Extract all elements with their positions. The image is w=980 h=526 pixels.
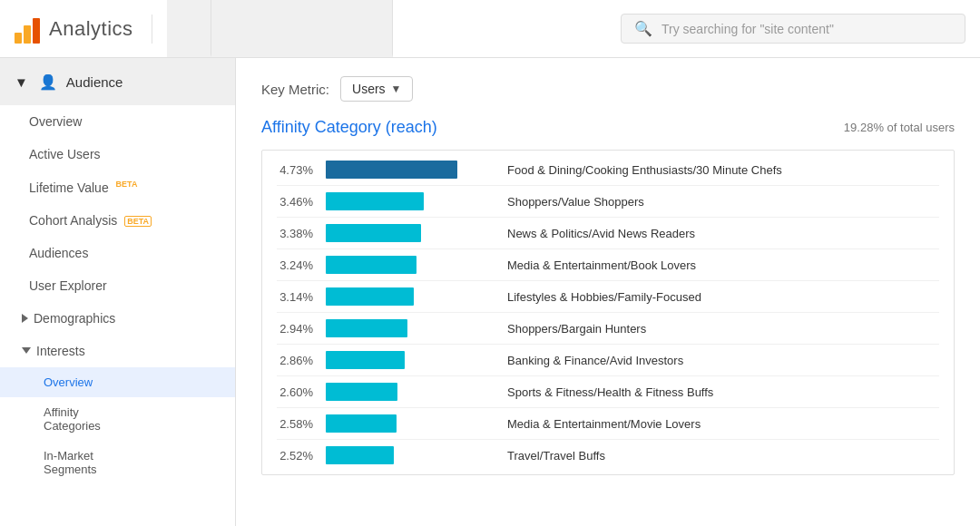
sidebar-item-lifetime-value[interactable]: Lifetime Value BETA xyxy=(0,170,235,204)
overview-label: Overview xyxy=(29,114,82,129)
pct-label: 2.86% xyxy=(277,354,326,367)
bar xyxy=(326,192,424,210)
sidebar-item-audiences[interactable]: Audiences xyxy=(0,237,235,269)
header: Analytics 🔍 Try searching for "site cont… xyxy=(0,0,980,58)
category-label: Media & Entertainment/Movie Lovers xyxy=(507,417,939,431)
sidebar-item-active-users[interactable]: Active Users xyxy=(0,138,235,170)
bar-container xyxy=(326,383,489,401)
bar xyxy=(326,446,394,464)
sidebar-audience-header[interactable]: ▼ 👤 Audience xyxy=(0,58,235,105)
bar-container xyxy=(326,446,489,464)
search-placeholder-text: Try searching for "site content" xyxy=(662,22,834,36)
pct-label: 2.52% xyxy=(277,449,326,463)
table-row: 2.52%Travel/Travel Buffs xyxy=(277,440,939,471)
category-label: Shoppers/Value Shoppers xyxy=(507,195,939,209)
category-label: Food & Dining/Cooking Enthusiasts/30 Min… xyxy=(507,163,939,177)
bar-container xyxy=(326,256,489,274)
logo-area: Analytics xyxy=(15,15,152,44)
search-bar[interactable]: 🔍 Try searching for "site content" xyxy=(621,14,965,44)
bar xyxy=(326,161,457,179)
pct-label: 3.46% xyxy=(277,195,326,209)
pct-label: 4.73% xyxy=(277,163,326,177)
header-tab-1[interactable] xyxy=(167,0,211,57)
affinity-categories-label: AffinityCategories xyxy=(44,405,101,433)
lifetime-value-label: Lifetime Value xyxy=(29,180,109,195)
sidebar-section-interests[interactable]: Interests xyxy=(0,335,235,367)
sidebar: ▼ 👤 Audience Overview Active Users Lifet… xyxy=(0,58,236,526)
header-tabs xyxy=(167,0,621,57)
key-metric-row: Key Metric: Users ▼ xyxy=(261,76,955,102)
affinity-stat: 19.28% of total users xyxy=(844,121,955,134)
category-label: Media & Entertainment/Book Lovers xyxy=(507,258,939,272)
pct-label: 3.38% xyxy=(277,227,326,240)
sidebar-sub-item-affinity-categories[interactable]: AffinityCategories xyxy=(0,397,235,441)
cohort-analysis-label: Cohort Analysis xyxy=(29,213,117,228)
in-market-segments-label: In-MarketSegments xyxy=(44,449,97,476)
lifetime-value-beta-badge: BETA xyxy=(116,180,138,189)
metric-select[interactable]: Users ▼ xyxy=(340,76,413,102)
bar xyxy=(326,287,414,306)
table-row: 3.24%Media & Entertainment/Book Lovers xyxy=(277,249,939,281)
table-row: 2.60%Sports & Fitness/Health & Fitness B… xyxy=(277,376,939,408)
metric-select-value: Users xyxy=(352,82,386,96)
pct-label: 2.58% xyxy=(277,417,326,431)
table-row: 2.94%Shoppers/Bargain Hunters xyxy=(277,313,939,345)
person-icon: 👤 xyxy=(39,73,57,91)
table-row: 2.86%Banking & Finance/Avid Investors xyxy=(277,345,939,376)
cohort-beta-badge: BETA xyxy=(124,216,152,227)
bar xyxy=(326,256,416,274)
pct-label: 2.94% xyxy=(277,322,326,336)
bar xyxy=(326,383,397,401)
category-label: Sports & Fitness/Health & Fitness Buffs xyxy=(507,385,939,399)
sidebar-item-user-explorer[interactable]: User Explorer xyxy=(0,269,235,302)
sidebar-item-overview[interactable]: Overview xyxy=(0,105,235,138)
user-explorer-label: User Explorer xyxy=(29,278,107,293)
category-label: Shoppers/Bargain Hunters xyxy=(507,322,939,336)
sidebar-section-demographics[interactable]: Demographics xyxy=(0,302,235,335)
bar xyxy=(326,414,397,433)
active-users-label: Active Users xyxy=(29,147,101,161)
bar-container xyxy=(326,351,489,369)
pct-label: 3.14% xyxy=(277,290,326,304)
sidebar-sub-item-in-market-segments[interactable]: In-MarketSegments xyxy=(0,441,235,484)
table-row: 3.14%Lifestyles & Hobbies/Family-Focused xyxy=(277,281,939,313)
audience-label: Audience xyxy=(66,74,123,90)
bar xyxy=(326,351,405,369)
interests-label: Interests xyxy=(36,344,85,358)
interests-expand-icon xyxy=(22,347,31,354)
bar xyxy=(326,319,407,337)
sidebar-item-cohort-analysis[interactable]: Cohort Analysis BETA xyxy=(0,204,235,237)
bar-container xyxy=(326,224,489,242)
header-tab-2[interactable] xyxy=(211,0,393,57)
audiences-label: Audiences xyxy=(29,246,88,260)
category-label: Banking & Finance/Avid Investors xyxy=(507,354,939,367)
bar-container xyxy=(326,161,489,179)
interests-overview-label: Overview xyxy=(44,375,93,389)
audience-chevron-icon: ▼ xyxy=(15,74,28,90)
main-layout: ▼ 👤 Audience Overview Active Users Lifet… xyxy=(0,58,980,526)
bar xyxy=(326,224,421,242)
table-row: 2.58%Media & Entertainment/Movie Lovers xyxy=(277,408,939,440)
table-row: 4.73%Food & Dining/Cooking Enthusiasts/3… xyxy=(277,154,939,186)
table-row: 3.38%News & Politics/Avid News Readers xyxy=(277,218,939,249)
bar-container xyxy=(326,192,489,210)
pct-label: 3.24% xyxy=(277,258,326,272)
category-label: Lifestyles & Hobbies/Family-Focused xyxy=(507,290,939,304)
sidebar-sub-item-overview[interactable]: Overview xyxy=(0,367,235,397)
bar-container xyxy=(326,414,489,433)
table-row: 3.46%Shoppers/Value Shoppers xyxy=(277,186,939,218)
bar-container xyxy=(326,287,489,306)
bar-container xyxy=(326,319,489,337)
demographics-label: Demographics xyxy=(34,311,115,326)
affinity-header: Affinity Category (reach) 19.28% of tota… xyxy=(261,118,955,137)
affinity-chart: 4.73%Food & Dining/Cooking Enthusiasts/3… xyxy=(261,150,955,475)
content-area: Key Metric: Users ▼ Affinity Category (r… xyxy=(236,58,980,526)
category-label: News & Politics/Avid News Readers xyxy=(507,227,939,240)
metric-select-arrow-icon: ▼ xyxy=(391,83,402,95)
pct-label: 2.60% xyxy=(277,385,326,399)
key-metric-label: Key Metric: xyxy=(261,82,329,97)
affinity-title: Affinity Category (reach) xyxy=(261,118,437,137)
search-icon: 🔍 xyxy=(634,20,652,37)
demographics-expand-icon xyxy=(22,314,28,323)
analytics-logo-icon xyxy=(15,15,40,44)
